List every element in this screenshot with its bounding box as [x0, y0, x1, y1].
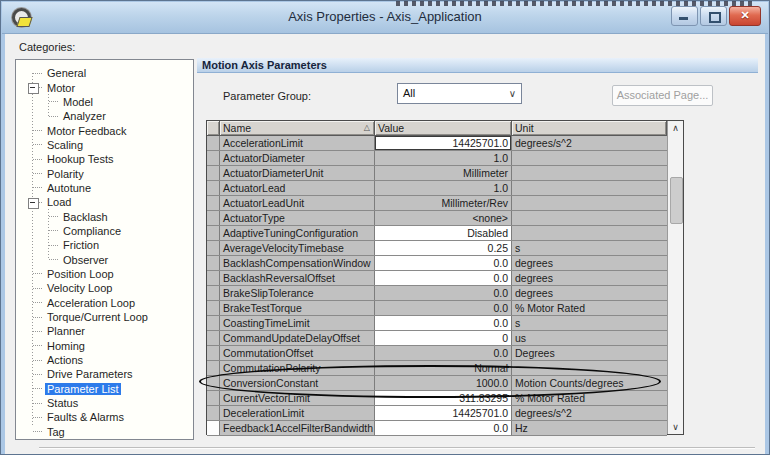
scrollbar-thumb[interactable]: [670, 177, 683, 224]
param-value-cell[interactable]: 14425701.0: [375, 406, 512, 420]
sidebar-item[interactable]: Homing: [16, 339, 193, 353]
param-value-cell[interactable]: Millimeter: [375, 166, 512, 180]
sidebar-item[interactable]: Motor: [16, 80, 193, 94]
param-unit: [512, 211, 667, 225]
sidebar-item[interactable]: Motor Feedback: [16, 123, 193, 137]
minimize-button[interactable]: [671, 6, 698, 26]
table-row[interactable]: ActuatorLeadUnit Millimeter/Rev: [207, 196, 667, 211]
scroll-up-icon[interactable]: ∧: [668, 121, 683, 135]
sidebar-item[interactable]: Polarity: [16, 166, 193, 180]
param-value-cell[interactable]: <none>: [375, 211, 512, 225]
table-row[interactable]: CurrentVectorLimit 311.83295 % Motor Rat…: [207, 391, 667, 406]
sidebar-item-label: Parameter List: [45, 383, 121, 395]
sidebar-item[interactable]: Model: [16, 95, 193, 109]
tree-connector: [49, 230, 58, 231]
param-value-cell[interactable]: 1.0: [375, 151, 512, 165]
param-name: ActuatorLead: [220, 181, 375, 195]
sidebar-item[interactable]: Velocity Loop: [16, 281, 193, 295]
tree-expander[interactable]: [28, 198, 39, 209]
table-row[interactable]: CommandUpdateDelayOffset 0 us: [207, 331, 667, 346]
param-value-cell[interactable]: 0.0: [375, 316, 512, 330]
table-row[interactable]: BrakeSlipTolerance 0.0 degrees: [207, 286, 667, 301]
param-value-cell[interactable]: Millimeter/Rev: [375, 196, 512, 210]
param-value-cell[interactable]: 14425701.0: [375, 136, 512, 150]
param-value-cell[interactable]: 0.25: [375, 241, 512, 255]
sidebar-item[interactable]: Backlash: [16, 209, 193, 223]
tree-connector: [33, 331, 42, 332]
param-value-cell[interactable]: 0.0: [375, 286, 512, 300]
column-header-value[interactable]: Value: [375, 121, 512, 135]
vertical-scrollbar[interactable]: ∧ ∨: [667, 121, 683, 434]
table-row[interactable]: AverageVelocityTimebase 0.25 s: [207, 241, 667, 256]
param-value-cell[interactable]: 0.0: [375, 421, 512, 435]
param-name: CurrentVectorLimit: [220, 391, 375, 405]
sidebar-item[interactable]: Planner: [16, 324, 193, 338]
param-value-cell[interactable]: 0.0: [375, 271, 512, 285]
table-row[interactable]: ActuatorDiameter 1.0: [207, 151, 667, 166]
column-header-unit[interactable]: Unit: [512, 121, 667, 135]
sidebar-item[interactable]: Acceleration Loop: [16, 296, 193, 310]
sidebar-item[interactable]: Actions: [16, 353, 193, 367]
row-gutter-header: [207, 121, 220, 135]
param-value-cell[interactable]: Normal: [375, 361, 512, 375]
param-unit: s: [512, 241, 667, 255]
sidebar-item[interactable]: Load: [16, 195, 193, 209]
table-row[interactable]: CommutationPolarity Normal: [207, 361, 667, 376]
associated-page-button[interactable]: Associated Page...: [612, 85, 713, 106]
sidebar-item[interactable]: Hookup Tests: [16, 152, 193, 166]
table-row[interactable]: CoastingTimeLimit 0.0 s: [207, 316, 667, 331]
row-gutter: [207, 271, 220, 285]
sidebar-item[interactable]: Scaling: [16, 138, 193, 152]
table-row[interactable]: ActuatorType <none>: [207, 211, 667, 226]
sidebar-item[interactable]: Drive Parameters: [16, 367, 193, 381]
maximize-icon: [709, 12, 721, 23]
sidebar-item[interactable]: Observer: [16, 252, 193, 266]
sidebar-item-label: Actions: [45, 354, 85, 366]
param-value-cell[interactable]: Disabled: [375, 226, 512, 240]
section-title: Motion Axis Parameters: [197, 58, 758, 73]
table-row[interactable]: AccelerationLimit 14425701.0 degrees/s^2: [207, 136, 667, 151]
table-row[interactable]: ActuatorDiameterUnit Millimeter: [207, 166, 667, 181]
param-value-cell[interactable]: 0.0: [375, 346, 512, 360]
table-row[interactable]: CommutationOffset 0.0 Degrees: [207, 346, 667, 361]
param-value-cell[interactable]: 0: [375, 331, 512, 345]
sidebar-item[interactable]: Friction: [16, 238, 193, 252]
sidebar-item[interactable]: Compliance: [16, 224, 193, 238]
table-row[interactable]: ConversionConstant 1000.0 Motion Counts/…: [207, 376, 667, 391]
tree-connector: [33, 374, 42, 375]
sidebar-item[interactable]: General: [16, 66, 193, 80]
title-bar[interactable]: Axis Properties - Axis_Application ✕: [2, 2, 768, 34]
table-row[interactable]: ActuatorLead 1.0: [207, 181, 667, 196]
table-row[interactable]: BacklashCompensationWindow 0.0 degrees: [207, 256, 667, 271]
sidebar-item[interactable]: Position Loop: [16, 267, 193, 281]
table-row[interactable]: BrakeTestTorque 0.0 % Motor Rated: [207, 301, 667, 316]
param-value-cell[interactable]: 1000.0: [375, 376, 512, 390]
parameter-group-select[interactable]: All ∨: [397, 83, 522, 104]
param-value: Normal: [474, 362, 508, 374]
table-row[interactable]: DecelerationLimit 14425701.0 degrees/s^2: [207, 406, 667, 421]
table-row[interactable]: Feedback1AccelFilterBandwidth 0.0 Hz: [207, 421, 667, 436]
sidebar-item[interactable]: Autotune: [16, 181, 193, 195]
tree-expander[interactable]: [28, 83, 39, 94]
maximize-button[interactable]: [700, 6, 727, 26]
sidebar-item[interactable]: Tag: [16, 425, 193, 439]
param-value-cell[interactable]: 0.0: [375, 301, 512, 315]
sidebar-item-label: Acceleration Loop: [45, 297, 137, 309]
category-tree-items: General Motor Model Analyzer Motor Feedb…: [16, 60, 193, 439]
param-value-cell[interactable]: 0.0: [375, 256, 512, 270]
sidebar-item[interactable]: Torque/Current Loop: [16, 310, 193, 324]
sidebar-item[interactable]: Parameter List: [16, 382, 193, 396]
scroll-down-icon[interactable]: ∨: [668, 420, 683, 434]
param-unit: degrees: [512, 271, 667, 285]
sidebar-item[interactable]: Analyzer: [16, 109, 193, 123]
column-header-name[interactable]: Name △: [220, 121, 375, 135]
close-button[interactable]: ✕: [729, 6, 761, 26]
param-name: CommutationPolarity: [220, 361, 375, 375]
param-name: ActuatorLeadUnit: [220, 196, 375, 210]
param-value-cell[interactable]: 311.83295: [375, 391, 512, 405]
table-row[interactable]: AdaptiveTuningConfiguration Disabled: [207, 226, 667, 241]
sidebar-item[interactable]: Status: [16, 396, 193, 410]
sidebar-item[interactable]: Faults & Alarms: [16, 410, 193, 424]
table-row[interactable]: BacklashReversalOffset 0.0 degrees: [207, 271, 667, 286]
param-value-cell[interactable]: 1.0: [375, 181, 512, 195]
